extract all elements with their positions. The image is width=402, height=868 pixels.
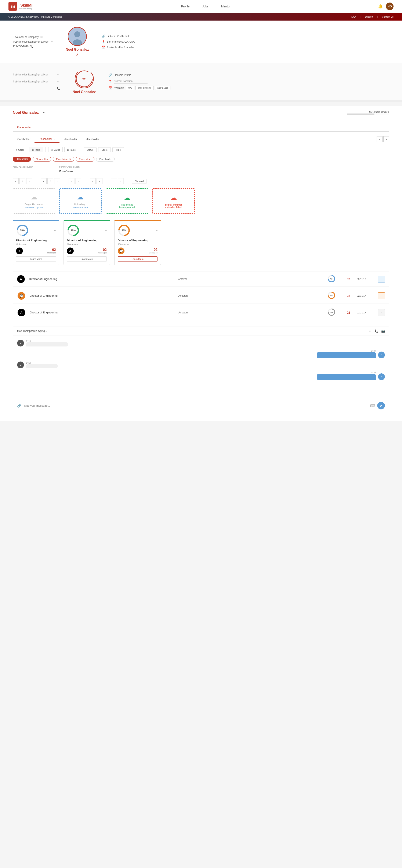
table-messages-1: 02 (344, 294, 353, 298)
nav-profile[interactable]: Profile (181, 5, 190, 8)
upload-success-text: The file has been uploaded (120, 204, 135, 209)
job-company-2: @Amazon (118, 243, 158, 245)
profile-name: Noel Gonzalez (66, 48, 89, 52)
table-arrow-2: → (378, 309, 385, 316)
pill-0[interactable]: Placeholder (13, 157, 31, 162)
profile-complete-section: Noel Gonzalez ∨ 65% Profile complete (0, 106, 402, 119)
avail-now-btn[interactable]: now (126, 86, 134, 90)
faq-link[interactable]: FAQ (351, 16, 356, 18)
page-next-4[interactable]: › (97, 178, 102, 184)
pill-3[interactable]: Placeholder (76, 157, 94, 162)
profile-avatar-section: Noel Gonzalez ∧ (66, 27, 89, 56)
page-prev-5[interactable]: ‹ (111, 178, 117, 184)
upload-text-default: Drag a file here or Browse to upload (25, 203, 43, 209)
page-prev-1[interactable]: ‹ (13, 178, 19, 184)
show-all-btn[interactable]: Show All (132, 179, 146, 184)
edit-location-input[interactable] (114, 79, 147, 84)
status-btn[interactable]: Status (83, 147, 97, 152)
svg-point-3 (74, 31, 80, 37)
page-next-5[interactable]: › (118, 178, 124, 184)
form-input-0[interactable] (13, 169, 51, 174)
edit-email2-input[interactable] (13, 79, 55, 84)
sub-tab-1[interactable]: Placeholder ✕ (34, 136, 59, 143)
nav-mentor[interactable]: Mentor (221, 5, 231, 8)
avail-year-btn[interactable]: after a year (155, 86, 170, 90)
table-arrow-btn-0[interactable]: → (378, 276, 385, 282)
cloud-icon-error: ☁ (170, 194, 177, 202)
pill-4[interactable]: Placeholder (96, 157, 115, 162)
phone-icon[interactable]: 📞 (374, 329, 378, 333)
complete-bar-fill (347, 114, 374, 115)
footer-bar: © 2017, SKILLMIL Copyright, Terms and Co… (0, 13, 402, 21)
support-link[interactable]: Support (365, 16, 373, 18)
expand-icon-2[interactable]: ⊕ (156, 229, 158, 231)
chat-input[interactable] (24, 404, 368, 407)
sub-tab-close-icon[interactable]: ✕ (54, 138, 55, 140)
send-btn[interactable]: ➤ (377, 402, 385, 409)
pagination-3: ‹ › (69, 178, 81, 184)
view-separator-2 (81, 147, 81, 152)
chat-msg-1: 14:34 N (17, 350, 385, 358)
bell-icon[interactable]: 🔔 (378, 4, 383, 9)
pill-close-icon[interactable]: ✕ (69, 158, 71, 160)
complete-label: 65% Profile complete (347, 111, 389, 113)
main-tab[interactable]: Placeholder (13, 124, 36, 131)
edit-email-input[interactable] (13, 72, 55, 77)
page-num-2: 2 (47, 178, 53, 184)
page-next-3[interactable]: › (75, 178, 81, 184)
page-prev-2[interactable]: ‹ (41, 178, 46, 184)
view-cards-btn-1[interactable]: ⊞ Cards (13, 147, 27, 152)
job-title-1: Director of Engineering (67, 239, 107, 242)
sub-tab-0[interactable]: Placeholder (13, 136, 34, 143)
learn-more-btn-1[interactable]: Learn More (67, 256, 107, 261)
nav-jobs[interactable]: Jobs (202, 5, 208, 8)
expand-icon-0[interactable]: ⊕ (54, 229, 56, 231)
time-btn[interactable]: Time (112, 147, 124, 152)
donut-0: 75% (16, 224, 29, 237)
sub-tab-3[interactable]: Placeholder (81, 136, 103, 143)
page-prev-4[interactable]: ‹ (90, 178, 96, 184)
contact-link[interactable]: Contact Us (382, 16, 394, 18)
view-table-btn-1[interactable]: ▦ Table (29, 147, 43, 152)
profile-dropdown-icon[interactable]: ∨ (43, 111, 45, 114)
table-date-2: 02/11/17 (357, 311, 374, 314)
learn-more-btn-0[interactable]: Learn More (16, 256, 56, 261)
pagination-4: ‹ › (90, 178, 102, 184)
view-separator-1 (45, 147, 46, 152)
edit-phone-input[interactable] (13, 86, 55, 91)
sub-tabs: Placeholder Placeholder ✕ Placeholder Pl… (13, 136, 389, 143)
expand-icon-1[interactable]: ⊕ (105, 229, 107, 231)
table-arrow-btn-1[interactable]: → (378, 292, 385, 299)
page-next-1[interactable]: › (26, 178, 32, 184)
chat-time-0: 14:32 (26, 340, 68, 342)
mail-icon2: ✉ (51, 40, 53, 43)
table-logo-2: A (18, 309, 25, 316)
edit-avatar-ring: ✏ (75, 69, 94, 88)
profile-chevron[interactable]: ∧ (76, 52, 78, 56)
page-next-2[interactable]: › (54, 178, 60, 184)
learn-more-btn-2[interactable]: Learn More (118, 256, 158, 261)
table-arrow-btn-2[interactable]: → (378, 309, 385, 316)
chat-bubble-0 (26, 342, 68, 346)
sub-tab-prev[interactable]: ‹ (377, 136, 382, 142)
table-company-2: Amazon (178, 311, 323, 314)
attach-icon[interactable]: 🔗 (17, 404, 22, 408)
sub-tab-2[interactable]: Placeholder (60, 136, 81, 143)
upload-card-default[interactable]: ☁ Drag a file here or Browse to upload (13, 188, 55, 214)
chat-bubble-1 (317, 352, 376, 358)
view-table-btn-2[interactable]: ▦ Table (64, 147, 78, 152)
avatar[interactable]: NG (386, 3, 394, 10)
pill-1[interactable]: Placeholder (33, 157, 51, 162)
profile-email: firstName.lastName@gmail.com ✉ (13, 40, 53, 43)
score-btn[interactable]: Score (98, 147, 111, 152)
page-prev-3[interactable]: ‹ (69, 178, 74, 184)
avail-3months-btn[interactable]: after 3 months (135, 86, 154, 90)
video-icon[interactable]: 📷 (381, 329, 385, 333)
sub-tab-next[interactable]: › (383, 136, 389, 142)
pill-2[interactable]: Placeholder ✕ (53, 157, 74, 162)
keyboard-icon[interactable]: ⌨ (370, 404, 375, 408)
view-cards-btn-2[interactable]: ⊞ Cards (48, 147, 63, 152)
star-icon[interactable]: ☆ (369, 329, 371, 333)
chat-header: Matt Thompson is typing... ☆ 📞 📷 (13, 327, 389, 336)
browse-link[interactable]: Browse to upload (25, 206, 43, 209)
